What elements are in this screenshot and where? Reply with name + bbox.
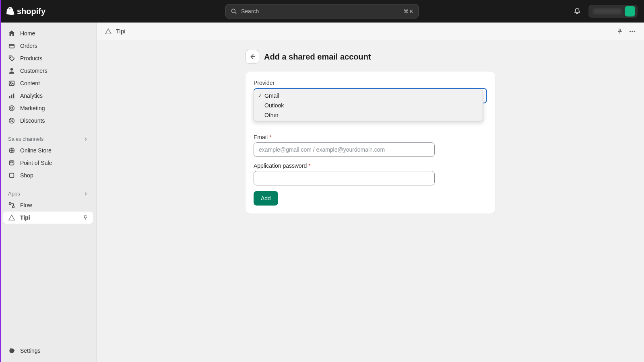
sidebar-item-tipi[interactable]: Tipi xyxy=(3,212,93,224)
sidebar-item-content[interactable]: Content xyxy=(3,77,93,89)
svg-rect-19 xyxy=(12,206,14,208)
pin-button[interactable] xyxy=(617,28,623,35)
home-icon xyxy=(8,30,15,37)
sidebar: Home Orders Products Customers Content A… xyxy=(0,23,97,362)
bell-icon xyxy=(574,8,581,15)
pin-icon[interactable] xyxy=(83,215,88,220)
svg-point-13 xyxy=(12,121,13,122)
provider-option-outlook[interactable]: Outlook xyxy=(254,101,483,110)
store-icon xyxy=(8,147,15,154)
sidebar-item-label: Analytics xyxy=(20,93,43,99)
sidebar-section-apps[interactable]: Apps xyxy=(3,187,93,199)
sidebar-item-point-of-sale[interactable]: Point of Sale xyxy=(3,157,93,169)
shop-icon xyxy=(8,172,15,179)
sidebar-item-label: Content xyxy=(20,80,40,86)
sidebar-item-discounts[interactable]: Discounts xyxy=(3,115,93,127)
sidebar-item-settings[interactable]: Settings xyxy=(3,345,93,357)
password-label: Application password * xyxy=(254,162,487,169)
password-input[interactable] xyxy=(254,171,435,185)
pos-icon xyxy=(8,159,15,167)
email-input[interactable] xyxy=(254,142,435,157)
sidebar-item-online-store[interactable]: Online Store xyxy=(3,144,93,156)
sidebar-item-home[interactable]: Home xyxy=(3,27,93,39)
person-icon xyxy=(8,67,15,74)
sidebar-item-shop[interactable]: Shop xyxy=(3,169,93,181)
sidebar-section-label: Sales channels xyxy=(8,136,43,142)
triangle-warning-icon xyxy=(105,28,112,35)
svg-rect-16 xyxy=(10,162,12,163)
gear-icon xyxy=(8,347,15,354)
app-header: Tipi xyxy=(97,23,644,40)
svg-point-22 xyxy=(634,31,635,32)
check-icon: ✓ xyxy=(257,93,263,99)
brand-name: shopify xyxy=(17,7,45,16)
sidebar-section-sales-channels[interactable]: Sales channels xyxy=(3,132,93,144)
svg-point-2 xyxy=(10,57,11,58)
sidebar-item-label: Settings xyxy=(20,348,41,354)
sidebar-item-label: Orders xyxy=(20,43,37,49)
topbar: shopify Search ⌘ K xyxy=(0,0,644,23)
svg-rect-8 xyxy=(13,94,14,99)
search-shortcut: ⌘ K xyxy=(403,8,413,14)
orders-icon xyxy=(8,42,15,49)
flow-icon xyxy=(8,202,15,209)
more-button[interactable] xyxy=(629,28,636,35)
sidebar-item-label: Discounts xyxy=(20,117,45,124)
window-accent-bar xyxy=(0,0,1,362)
app-header-title: Tipi xyxy=(116,28,126,35)
svg-rect-17 xyxy=(10,173,14,178)
provider-dropdown: ✓ Gmail Outlook Other xyxy=(254,90,483,121)
brand-logo[interactable]: shopify xyxy=(6,7,45,16)
svg-rect-1 xyxy=(9,44,14,48)
image-icon xyxy=(8,80,15,87)
svg-rect-6 xyxy=(9,96,10,98)
chart-icon xyxy=(8,92,15,99)
chevron-right-icon xyxy=(83,191,88,196)
svg-point-10 xyxy=(10,107,12,109)
notifications-button[interactable] xyxy=(571,5,584,18)
sidebar-item-analytics[interactable]: Analytics xyxy=(3,90,93,102)
discount-icon xyxy=(8,117,15,124)
search-icon xyxy=(231,8,237,14)
shopify-bag-icon xyxy=(6,7,14,16)
svg-point-12 xyxy=(10,119,11,120)
sidebar-item-products[interactable]: Products xyxy=(3,52,93,64)
svg-point-9 xyxy=(9,106,14,111)
svg-point-20 xyxy=(630,31,631,32)
provider-option-gmail[interactable]: ✓ Gmail xyxy=(254,91,483,101)
sidebar-item-label: Products xyxy=(20,55,42,62)
avatar xyxy=(625,6,635,16)
user-name-obscured xyxy=(593,8,621,14)
svg-rect-7 xyxy=(11,95,12,98)
sidebar-item-flow[interactable]: Flow xyxy=(3,199,93,211)
page-title: Add a shared email account xyxy=(264,52,371,62)
sidebar-item-label: Marketing xyxy=(20,105,45,111)
sidebar-item-label: Home xyxy=(20,30,35,37)
svg-point-21 xyxy=(632,31,633,32)
add-button[interactable]: Add xyxy=(254,191,278,206)
option-label: Gmail xyxy=(264,93,279,99)
provider-option-other[interactable]: Other xyxy=(254,110,483,120)
sidebar-item-orders[interactable]: Orders xyxy=(3,40,93,52)
arrow-left-icon xyxy=(249,53,256,60)
main-content: Add a shared email account Provider ✓ Gm… xyxy=(97,40,644,362)
sidebar-item-label: Flow xyxy=(20,202,32,208)
svg-point-3 xyxy=(10,68,13,70)
back-button[interactable] xyxy=(246,50,259,64)
svg-rect-18 xyxy=(9,203,11,205)
option-label: Outlook xyxy=(264,102,284,109)
sidebar-item-label: Point of Sale xyxy=(20,160,52,166)
target-icon xyxy=(8,105,15,112)
tag-icon xyxy=(8,55,15,62)
sidebar-item-label: Tipi xyxy=(20,214,30,221)
email-label: Email * xyxy=(254,134,487,140)
user-menu[interactable] xyxy=(588,5,638,18)
sidebar-item-label: Shop xyxy=(20,172,33,179)
sidebar-item-marketing[interactable]: Marketing xyxy=(3,102,93,114)
search-placeholder: Search xyxy=(241,8,399,14)
option-label: Other xyxy=(264,112,279,118)
required-marker: * xyxy=(308,162,310,169)
sidebar-item-customers[interactable]: Customers xyxy=(3,65,93,77)
sidebar-item-label: Online Store xyxy=(20,147,52,154)
global-search[interactable]: Search ⌘ K xyxy=(225,4,419,19)
